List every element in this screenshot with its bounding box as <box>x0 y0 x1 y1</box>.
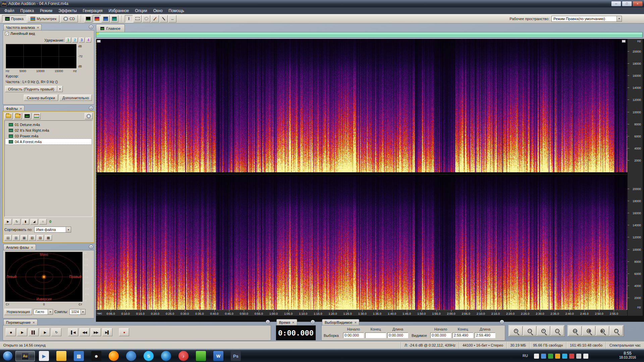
zoom-in-vertical-button[interactable]: + <box>537 326 550 336</box>
histogram-select[interactable]: Гисто ▼ <box>34 309 53 315</box>
scan-selection-button[interactable]: Сканер выборки <box>24 95 58 101</box>
hold-button-1[interactable]: 1 <box>65 38 71 43</box>
play-button[interactable]: ▶ <box>17 328 27 336</box>
range-preset-button[interactable]: Область (Поднять правый) <box>5 86 57 92</box>
panel-menu-button[interactable]: ≡ <box>500 320 504 324</box>
file-list-item[interactable]: 01 Detune.m4a <box>5 122 92 127</box>
menu-view[interactable]: Режим <box>37 8 55 14</box>
tab-files[interactable]: Файлы × <box>3 105 24 111</box>
file-manager-icon[interactable]: ▤ <box>74 351 84 361</box>
file-list-item[interactable]: 04 A Forest.m4a <box>5 139 92 144</box>
workspace-select[interactable]: Режим Правка(по умолчанию) ▼ <box>551 16 622 22</box>
close-panel-icon[interactable]: × <box>37 25 39 30</box>
firefox-icon[interactable] <box>109 351 119 361</box>
show-audio-toggle[interactable]: ▤ <box>4 235 12 241</box>
spectral-frequency-display-button[interactable] <box>93 15 101 22</box>
file-list-item[interactable]: 02 It's Not Right.m4a <box>5 127 92 133</box>
edit-view-button[interactable]: Правка <box>2 15 26 22</box>
menu-options[interactable]: Опции <box>132 8 150 14</box>
show-video-toggle[interactable]: ▦ <box>20 235 28 241</box>
antivirus-tray-icon[interactable] <box>548 354 553 359</box>
overview-start-marker[interactable] <box>96 33 99 36</box>
word-icon[interactable]: W <box>213 351 223 361</box>
menu-edit[interactable]: Правка <box>17 8 37 14</box>
explorer-folder-icon[interactable] <box>56 351 66 361</box>
auto-play-toggle[interactable]: ▮ <box>22 219 29 225</box>
play-from-cursor-button[interactable]: ▶ <box>40 328 50 336</box>
panel-menu-button[interactable]: ≡ <box>89 106 93 110</box>
preview-timer-button[interactable]: ○ <box>39 219 47 225</box>
selection-handle-right[interactable] <box>622 40 626 43</box>
panel-menu-button[interactable]: ≡ <box>266 320 270 324</box>
show-midi-toggle[interactable]: ▧ <box>29 235 36 241</box>
spectral-pan-display-button[interactable] <box>102 15 110 22</box>
timeline-ruler[interactable]: чмс 0:05.00:10.00:15.00:20.00:25.00:30.0… <box>96 310 627 316</box>
marquee-tool-button[interactable] <box>133 15 142 22</box>
menu-file[interactable]: Файл <box>1 8 17 14</box>
show-markers-toggle[interactable]: ▨ <box>37 235 44 241</box>
pencil-tool-button[interactable] <box>160 15 168 22</box>
close-panel-icon[interactable]: × <box>33 320 35 325</box>
flag-tray-icon[interactable] <box>569 354 574 359</box>
close-button[interactable]: × <box>633 1 643 6</box>
skype-icon[interactable]: S <box>144 351 154 361</box>
zoom-out-button[interactable]: − <box>523 326 536 336</box>
file-list-item[interactable]: 03 Power.m4a <box>5 133 92 139</box>
tab-time[interactable]: Время × <box>276 319 297 325</box>
view-end-field[interactable]: 2:59.490 <box>452 333 473 338</box>
photoshop-icon[interactable]: Ps <box>231 351 241 361</box>
zoom-out-vertical-button[interactable]: − <box>551 326 564 336</box>
network-tray-icon[interactable] <box>576 354 581 359</box>
minimize-button[interactable]: ─ <box>611 1 621 6</box>
rewind-button[interactable]: ◀◀ <box>79 328 90 336</box>
spectral-phase-display-button[interactable] <box>110 15 118 22</box>
zoom-selection-left-button[interactable]: ◀ <box>582 326 595 336</box>
close-panel-icon[interactable]: × <box>355 320 357 325</box>
menu-generate[interactable]: Генерация <box>80 8 106 14</box>
zoom-full-button[interactable]: □ <box>610 326 623 336</box>
hybrid-tool-button[interactable]: I <box>125 15 133 22</box>
loop-play-button[interactable]: ↻ <box>51 328 61 336</box>
pause-button[interactable]: ▌▌ <box>29 328 39 336</box>
chevron-down-icon[interactable]: ▼ <box>57 86 63 92</box>
view-length-field[interactable]: 2:59.490 <box>475 333 495 338</box>
media-player-icon[interactable]: ▶ <box>39 351 49 361</box>
hold-button-2[interactable]: 2 <box>72 38 78 43</box>
titlebar[interactable]: Au Adobe Audition - 04 A Forest.m4a ─□× <box>0 0 644 7</box>
panel-menu-button[interactable]: ≡ <box>89 245 93 249</box>
advanced-button[interactable]: Дополнительно <box>59 95 92 101</box>
language-indicator[interactable]: RU <box>523 354 528 358</box>
selection-handle-left[interactable] <box>97 40 101 43</box>
multitrack-view-button[interactable]: Мультитрек <box>28 15 59 22</box>
selection-length-field[interactable]: 0:00.000 <box>387 333 408 338</box>
maximize-button[interactable]: □ <box>622 1 632 6</box>
stop-button[interactable]: ■ <box>6 328 16 336</box>
spectrogram-canvas[interactable] <box>96 39 627 310</box>
zoom-to-selection-button[interactable]: ▭ <box>569 326 582 336</box>
audition-taskbar-button[interactable]: Au <box>15 351 35 361</box>
insert-cd-button[interactable] <box>85 113 93 119</box>
tray-app-icon-2[interactable] <box>541 354 546 359</box>
zoom-selection-right-button[interactable]: ▶ <box>596 326 609 336</box>
messenger-tray-icon[interactable] <box>562 354 567 359</box>
hold-button-4[interactable]: 4 <box>86 38 91 43</box>
tab-transport[interactable]: Перемещение × <box>3 319 38 325</box>
taskbar-clock[interactable]: 8:55 18.03.2016 <box>612 351 643 359</box>
volume-tray-icon[interactable] <box>583 354 588 359</box>
full-paths-toggle[interactable]: ▩ <box>45 235 52 241</box>
play-preview-button[interactable]: ▶ <box>4 219 12 225</box>
google-earth-icon[interactable] <box>161 351 171 361</box>
preview-volume-button[interactable]: ◢ <box>31 219 38 225</box>
overview-zoom-bar[interactable] <box>96 32 643 38</box>
lasso-tool-button[interactable] <box>142 15 150 22</box>
cd-view-button[interactable]: CD <box>60 15 78 22</box>
scrub-tool-button[interactable]: ↔ <box>168 15 176 22</box>
menu-window[interactable]: Окно <box>150 8 166 14</box>
panel-menu-button[interactable]: ≡ <box>311 320 315 324</box>
tab-selection-view[interactable]: Выбор/Видимое × <box>322 319 359 325</box>
hold-button-3[interactable]: 3 <box>79 38 85 43</box>
playhead[interactable] <box>96 39 96 310</box>
itunes-icon[interactable]: ♪ <box>178 351 189 361</box>
selection-end-field[interactable] <box>365 333 386 338</box>
tab-phase-analysis[interactable]: Анализ фазы × <box>3 244 36 250</box>
